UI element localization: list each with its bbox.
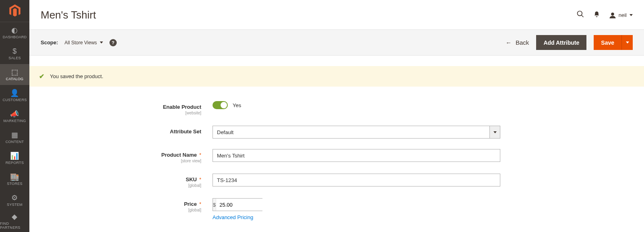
sidebar-item-label: CUSTOMERS bbox=[2, 98, 27, 102]
store-icon: 🏬 bbox=[10, 173, 19, 180]
field-enable-product: Enable Product [website] Yes bbox=[29, 101, 644, 115]
chevron-down-icon bbox=[493, 131, 497, 133]
enable-product-value: Yes bbox=[233, 102, 241, 108]
sku-scope: [global] bbox=[188, 183, 201, 188]
sidebar-item-label: CATALOG bbox=[6, 77, 24, 81]
attribute-set-value: Default bbox=[213, 126, 489, 138]
search-icon[interactable] bbox=[576, 10, 584, 20]
user-name: neil bbox=[619, 12, 627, 18]
enable-product-scope: [website] bbox=[186, 111, 201, 115]
chevron-down-icon bbox=[630, 14, 633, 16]
price-scope: [global] bbox=[188, 208, 201, 212]
select-toggle-button[interactable] bbox=[489, 126, 500, 138]
price-label: Price bbox=[184, 201, 197, 207]
add-attribute-button[interactable]: Add Attribute bbox=[536, 35, 586, 50]
layout-icon: ▦ bbox=[11, 131, 18, 139]
gear-icon: ⚙ bbox=[11, 194, 18, 201]
product-form: Enable Product [website] Yes Attribute S… bbox=[29, 87, 644, 220]
success-message: ✔ You saved the product. bbox=[29, 66, 644, 87]
back-button[interactable]: ← Back bbox=[506, 39, 529, 46]
chevron-down-icon bbox=[626, 41, 629, 44]
check-icon: ✔ bbox=[39, 72, 44, 80]
magento-logo-icon bbox=[9, 4, 21, 17]
enable-product-label: Enable Product bbox=[163, 104, 201, 110]
main-content: Men's Tshirt neil Scope: All Store Views… bbox=[29, 0, 644, 220]
enable-product-toggle[interactable] bbox=[213, 101, 228, 109]
box-icon: ⬚ bbox=[11, 68, 18, 76]
save-button[interactable]: Save bbox=[594, 35, 621, 50]
sidebar-item-sales[interactable]: $ SALES bbox=[0, 43, 29, 64]
arrow-left-icon: ← bbox=[506, 39, 512, 46]
currency-symbol: $ bbox=[213, 199, 216, 211]
user-icon bbox=[609, 12, 616, 19]
account-menu[interactable]: neil bbox=[609, 12, 633, 19]
gauge-icon: ◐ bbox=[11, 27, 18, 34]
required-indicator: * bbox=[199, 201, 201, 207]
toolbar-right: ← Back Add Attribute Save bbox=[506, 35, 633, 50]
svg-point-0 bbox=[577, 11, 582, 16]
scope-value-text: All Store Views bbox=[64, 40, 97, 46]
back-label: Back bbox=[516, 39, 529, 46]
sidebar-item-label: FIND PARTNERS bbox=[0, 222, 29, 230]
sidebar-item-catalog[interactable]: ⬚ CATALOG bbox=[0, 64, 29, 85]
price-input-wrapper: $ bbox=[213, 198, 262, 211]
page-title: Men's Tshirt bbox=[41, 9, 96, 21]
magento-logo[interactable] bbox=[0, 0, 29, 22]
dollar-icon: $ bbox=[12, 48, 17, 55]
product-name-label: Product Name bbox=[161, 152, 197, 158]
notifications-icon[interactable] bbox=[593, 11, 600, 20]
sidebar-item-label: MARKETING bbox=[3, 119, 26, 123]
toolbar-left: Scope: All Store Views ? bbox=[41, 39, 117, 46]
partners-icon: ◆ bbox=[12, 213, 17, 220]
sidebar-item-reports[interactable]: 📊 REPORTS bbox=[0, 148, 29, 169]
admin-sidebar: ◐ DASHBOARD $ SALES ⬚ CATALOG 👤 CUSTOMER… bbox=[0, 0, 29, 232]
sidebar-item-dashboard[interactable]: ◐ DASHBOARD bbox=[0, 22, 29, 43]
sidebar-item-label: REPORTS bbox=[6, 161, 24, 165]
field-price: Price * [global] $ Advanced Pricing bbox=[29, 198, 644, 220]
sidebar-item-label: STORES bbox=[7, 182, 23, 186]
svg-line-1 bbox=[581, 15, 583, 17]
sidebar-item-system[interactable]: ⚙ SYSTEM bbox=[0, 190, 29, 211]
attribute-set-label: Attribute Set bbox=[170, 128, 201, 135]
product-name-input[interactable] bbox=[213, 149, 500, 162]
sku-label: SKU bbox=[186, 176, 196, 182]
page-toolbar: Scope: All Store Views ? ← Back Add Attr… bbox=[29, 29, 644, 56]
sidebar-item-customers[interactable]: 👤 CUSTOMERS bbox=[0, 85, 29, 106]
sidebar-item-label: CONTENT bbox=[6, 140, 24, 144]
scope-help-icon[interactable]: ? bbox=[109, 39, 117, 46]
save-button-group: Save bbox=[594, 35, 633, 50]
scope-selector[interactable]: All Store Views bbox=[64, 40, 103, 46]
sidebar-item-content[interactable]: ▦ CONTENT bbox=[0, 127, 29, 148]
sku-input[interactable] bbox=[213, 174, 500, 186]
field-attribute-set: Attribute Set Default bbox=[29, 126, 644, 139]
chevron-down-icon bbox=[100, 41, 103, 44]
price-input[interactable] bbox=[216, 199, 290, 211]
attribute-set-select[interactable]: Default bbox=[213, 126, 500, 139]
required-indicator: * bbox=[199, 152, 201, 158]
sidebar-item-stores[interactable]: 🏬 STORES bbox=[0, 169, 29, 190]
save-options-dropdown[interactable] bbox=[621, 35, 633, 50]
field-sku: SKU * [global] bbox=[29, 174, 644, 188]
svg-point-2 bbox=[611, 12, 614, 16]
sidebar-item-marketing[interactable]: 📣 MARKETING bbox=[0, 106, 29, 127]
sidebar-item-find-partners[interactable]: ◆ FIND PARTNERS bbox=[0, 211, 29, 232]
top-actions: neil bbox=[576, 10, 633, 20]
field-product-name: Product Name * [store view] bbox=[29, 149, 644, 163]
bar-chart-icon: 📊 bbox=[10, 152, 19, 160]
required-indicator: * bbox=[199, 176, 201, 182]
megaphone-icon: 📣 bbox=[10, 110, 19, 118]
sidebar-item-label: DASHBOARD bbox=[3, 35, 27, 39]
sidebar-item-label: SYSTEM bbox=[7, 203, 23, 207]
sidebar-item-label: SALES bbox=[8, 56, 21, 60]
scope-label: Scope: bbox=[41, 39, 58, 46]
page-header: Men's Tshirt neil bbox=[29, 0, 644, 29]
advanced-pricing-link[interactable]: Advanced Pricing bbox=[213, 214, 253, 220]
person-icon: 👤 bbox=[10, 89, 19, 97]
success-message-text: You saved the product. bbox=[50, 73, 103, 79]
toggle-knob bbox=[221, 102, 227, 108]
product-name-scope: [store view] bbox=[181, 159, 201, 163]
